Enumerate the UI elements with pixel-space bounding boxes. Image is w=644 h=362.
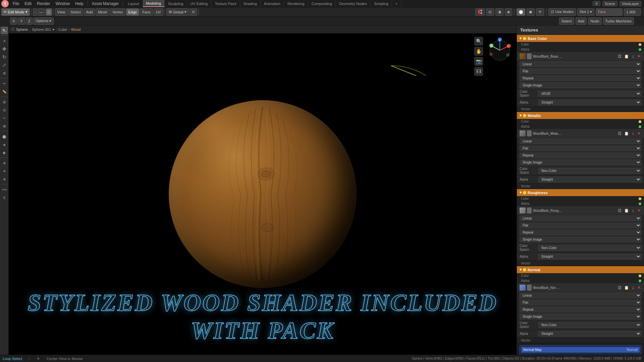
breadcrumb-object[interactable]: Sphere.001 [32, 27, 51, 32]
y-constraint[interactable]: Y [18, 17, 25, 25]
ws-tab-compositing[interactable]: Compositing [308, 0, 336, 7]
ws-tab-shading[interactable]: Shading [240, 0, 261, 7]
edge-slide-tool[interactable]: ⟺ [1, 186, 8, 193]
vertex-btn[interactable]: Vertex [110, 8, 125, 16]
measure-tool[interactable]: 📏 [1, 88, 8, 95]
offset-edge-tool[interactable]: ⊟ [1, 106, 8, 114]
roughness-projection[interactable]: Flat [520, 223, 641, 228]
cursor-tool[interactable]: ✛ [1, 37, 8, 45]
face-select-mode[interactable]: ◻ [46, 8, 52, 16]
turbo-machines-header[interactable]: Turbo Machines [603, 17, 634, 25]
normal-colorspace[interactable]: Non-Color [538, 322, 641, 328]
menu-help[interactable]: Help [72, 0, 86, 7]
base-color-icon1[interactable]: 🖼 [617, 54, 622, 59]
normal-icon3[interactable]: ⤓ [631, 285, 635, 290]
metallic-alpha[interactable]: Straight [538, 177, 641, 182]
knife-tool[interactable]: ✂ [1, 114, 8, 122]
move-tool[interactable]: ✥ [1, 45, 8, 53]
material-value-field[interactable]: 1.000 [624, 8, 641, 16]
node-header[interactable]: Node [588, 17, 601, 25]
metallic-interpolation[interactable]: Linear [520, 138, 641, 144]
extrude-tool[interactable]: ⬤ [1, 133, 8, 140]
add-header[interactable]: Add [576, 17, 587, 25]
breadcrumb-material[interactable]: Wood [71, 27, 81, 32]
normal-icon1[interactable]: 🖼 [617, 285, 622, 290]
roughness-icon2[interactable]: 📋 [624, 208, 630, 213]
transform-tool[interactable]: ⊞ [1, 69, 8, 77]
camera-btn[interactable]: 📷 [474, 57, 483, 66]
ws-tab-uv-editing[interactable]: UV Editing [187, 0, 211, 7]
x-constraint[interactable]: X [10, 17, 17, 25]
ws-tab-add[interactable]: + [392, 0, 401, 7]
ws-tab-texture-paint[interactable]: Texture Paint [211, 0, 240, 7]
annotate-tool[interactable]: ✏ [1, 80, 8, 87]
metallic-icon2[interactable]: 📋 [624, 131, 630, 136]
ws-tab-scripting[interactable]: Scripting [371, 0, 392, 7]
metallic-icon1[interactable]: 🖼 [617, 131, 622, 136]
normal-close[interactable]: ✕ [637, 285, 641, 290]
metallic-source[interactable]: Single Image [520, 160, 641, 165]
xray-btn[interactable]: ◈ [505, 8, 512, 16]
base-color-projection[interactable]: Flat [520, 68, 641, 74]
ws-tab-modeling[interactable]: Modeling [143, 0, 165, 7]
menu-window[interactable]: Window [53, 0, 72, 7]
normal-header[interactable]: ▾ Normal [517, 266, 644, 273]
vert-select-mode[interactable]: · [33, 8, 37, 16]
add-btn[interactable]: Add [84, 8, 95, 16]
metallic-close[interactable]: ✕ [637, 131, 641, 136]
roughness-colorspace[interactable]: Non-Color [538, 245, 641, 251]
rendered-view-btn[interactable]: ☀ [536, 8, 544, 16]
render-btn[interactable]: 🎞 [474, 67, 483, 76]
mode-selector[interactable]: ✏ Edit Mode ▾ [1, 8, 30, 16]
metallic-colorspace[interactable]: Non-Color [538, 168, 641, 174]
base-color-header[interactable]: ▾ Base Color [517, 35, 644, 42]
base-color-extension[interactable]: Repeat [520, 75, 641, 81]
roughness-interpolation[interactable]: Linear [520, 216, 641, 221]
ws-tab-animation[interactable]: Animation [261, 0, 284, 7]
transform-btn[interactable]: ⊞ Global ▾ [166, 8, 189, 16]
menu-asset-manager[interactable]: Asset Manager [89, 0, 122, 7]
overlay-btn[interactable]: ◑ [495, 8, 503, 16]
menu-file[interactable]: File [10, 0, 22, 7]
main-3d-viewport[interactable]: X Y Z 🔍 ✋ 📷 🎞 Stylized Wood Shader Inclu… [9, 34, 517, 355]
material-view-btn[interactable]: ◉ [527, 8, 535, 16]
roughness-source[interactable]: Single Image [520, 237, 641, 242]
roughness-close[interactable]: ✕ [637, 208, 641, 213]
ws-tab-geometry-nodes[interactable]: Geometry Nodes [336, 0, 371, 7]
normal-source[interactable]: Single Image [520, 314, 641, 319]
inset-tool[interactable]: ◈ [1, 141, 8, 148]
pan-btn[interactable]: ✋ [474, 47, 483, 56]
proportional-edit-btn[interactable]: ◎ [486, 8, 494, 16]
roughness-extension[interactable]: Repeat [520, 230, 641, 235]
roughness-icon1[interactable]: 🖼 [617, 208, 622, 213]
base-color-icon3[interactable]: ⤓ [631, 54, 635, 59]
select-btn[interactable]: Select [68, 8, 83, 16]
options-btn[interactable]: Options ▾ [33, 17, 54, 25]
metallic-extension[interactable]: Repeat [520, 153, 641, 158]
ws-tab-layout[interactable]: Layout [124, 0, 143, 7]
solid-view-btn[interactable]: ⬤ [517, 8, 525, 16]
use-nodes-checkbox[interactable]: ☑ Use Nodes [548, 8, 576, 16]
base-color-interpolation[interactable]: Linear [520, 61, 641, 67]
menu-edit[interactable]: Edit [22, 0, 34, 7]
normal-icon2[interactable]: 📋 [624, 285, 630, 290]
metallic-header[interactable]: ▾ Metallic [517, 112, 644, 119]
shrink-flatten-tool[interactable]: ⊗ [1, 175, 8, 183]
viewport-gizmo-widget[interactable]: X Y Z [486, 37, 513, 64]
snap-btn[interactable]: 🧲 [475, 8, 485, 16]
rip-tool[interactable]: ⊻ [1, 194, 8, 201]
proportional-btn[interactable]: ⊙ [190, 8, 197, 16]
scene-selector[interactable]: Scene [602, 1, 618, 6]
metallic-projection[interactable]: Flat [520, 145, 641, 151]
spin-tool[interactable]: ⊕ [1, 159, 8, 167]
edge-select-mode[interactable]: — [38, 8, 45, 16]
viewlayer-selector[interactable]: ViewLayer [620, 1, 641, 6]
menu-render[interactable]: Render [34, 0, 53, 7]
base-color-close[interactable]: ✕ [637, 54, 641, 59]
material-name-field[interactable]: Face [596, 8, 623, 16]
base-color-source[interactable]: Single Image [520, 82, 641, 88]
ws-tab-rendering[interactable]: Rendering [284, 0, 308, 7]
bisect-tool[interactable]: ⊠ [1, 122, 8, 130]
ws-tab-sculpting[interactable]: Sculpting [165, 0, 187, 7]
slot-selector[interactable]: Slot 1 ▾ [577, 8, 594, 16]
